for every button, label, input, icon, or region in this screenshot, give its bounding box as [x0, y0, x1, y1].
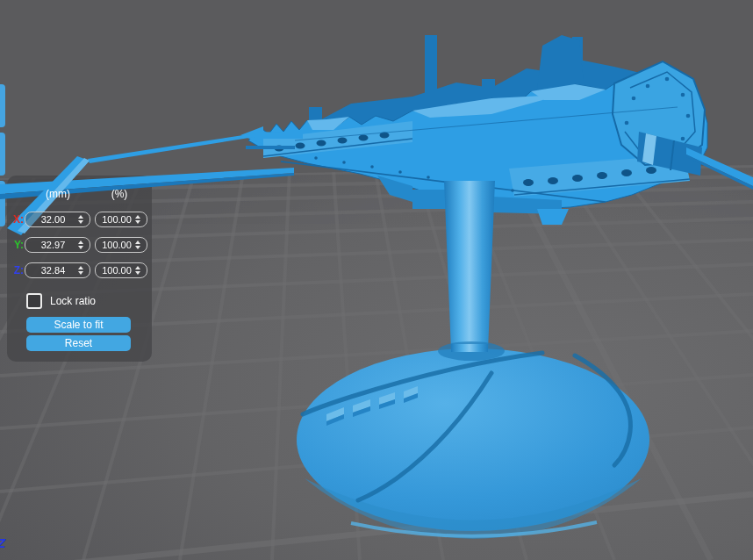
- spinner-down-icon[interactable]: [135, 271, 140, 275]
- lock-ratio-row: Lock ratio: [26, 293, 96, 308]
- spinner-up-icon[interactable]: [135, 215, 140, 219]
- scale-row-z: Z: 32.84 100.00: [7, 262, 152, 278]
- y-mm-input[interactable]: 32.97: [25, 237, 90, 253]
- axis-label-z: Z:: [9, 264, 24, 276]
- axis-label-x: X:: [9, 213, 24, 226]
- scale-row-y: Y: 32.97 100.00: [7, 237, 152, 253]
- z-percent-input[interactable]: 100.00: [95, 262, 147, 278]
- spinner-down-icon[interactable]: [78, 220, 83, 224]
- stand-stem: [444, 181, 495, 351]
- spinner-down-icon[interactable]: [135, 220, 140, 224]
- tool-tab-2[interactable]: [0, 133, 5, 176]
- spinner-down-icon[interactable]: [78, 246, 83, 249]
- y-mm-spinner[interactable]: [75, 241, 86, 249]
- spinner-up-icon[interactable]: [135, 266, 140, 269]
- x-percent-spinner[interactable]: [133, 215, 143, 224]
- x-mm-spinner[interactable]: [75, 215, 86, 224]
- spinner-up-icon[interactable]: [135, 241, 140, 244]
- z-axis-indicator: Z: [0, 535, 5, 550]
- lock-ratio-label: Lock ratio: [50, 295, 96, 307]
- x-percent-input[interactable]: 100.00: [95, 212, 147, 227]
- spinner-up-icon[interactable]: [78, 215, 83, 219]
- z-mm-input[interactable]: 32.84: [25, 262, 90, 278]
- axis-label-y: Y:: [9, 239, 24, 251]
- spinner-down-icon[interactable]: [135, 246, 140, 249]
- scale-row-x: X: 32.00 100.00: [7, 212, 152, 227]
- y-percent-input[interactable]: 100.00: [95, 237, 147, 253]
- tool-tab-3[interactable]: [0, 181, 5, 226]
- scale-panel: (mm) (%) X: 32.00 100.00 Y: 32.97: [7, 176, 152, 362]
- spinner-down-icon[interactable]: [78, 271, 83, 275]
- z-mm-spinner[interactable]: [75, 266, 86, 275]
- z-percent-spinner[interactable]: [133, 266, 143, 275]
- spinner-up-icon[interactable]: [78, 241, 83, 244]
- lock-ratio-checkbox[interactable]: [26, 293, 42, 309]
- tool-tab-1[interactable]: [0, 84, 5, 127]
- reset-button[interactable]: Reset: [26, 335, 131, 351]
- scale-to-fit-button[interactable]: Scale to fit: [26, 317, 131, 333]
- column-header-mm: (mm): [25, 188, 91, 200]
- y-percent-spinner[interactable]: [133, 241, 143, 249]
- ship-spar-front-left-upper: [88, 133, 255, 163]
- x-mm-input[interactable]: 32.00: [25, 212, 90, 227]
- spinner-up-icon[interactable]: [78, 266, 83, 269]
- column-header-percent: (%): [93, 188, 146, 200]
